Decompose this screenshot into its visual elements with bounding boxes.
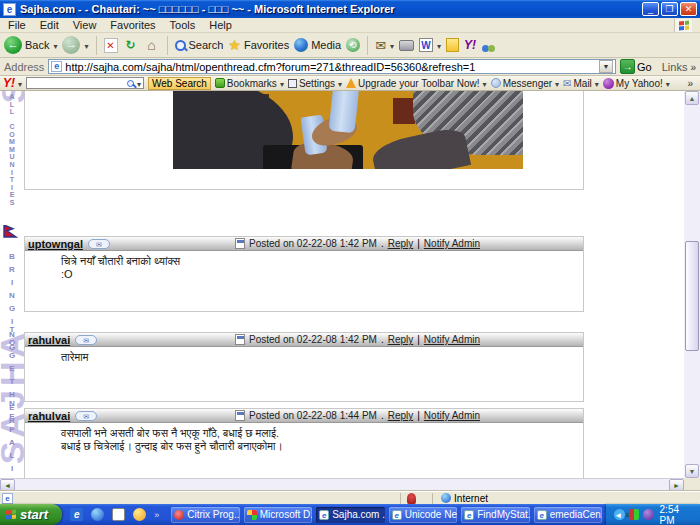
refresh-button[interactable]: ↻ [123,37,139,53]
taskbar-button-findmystat[interactable]: eFindMyStat... [461,507,530,523]
stop-button[interactable]: ✕ [104,38,118,53]
sidebar-link-all[interactable]: A L L [6,93,18,116]
taskbar: start e » Citrix Prog... Microsoft D... … [0,504,700,525]
taskbar-button-unicode[interactable]: eUnicode Ne... [389,507,458,523]
address-url[interactable]: http://sajha.com/sajha/html/openthread.c… [65,61,596,73]
vertical-scroll-thumb[interactable] [685,241,699,351]
go-label: Go [637,61,652,73]
favorites-button[interactable]: ★ Favorites [228,37,289,53]
start-button[interactable]: start [0,504,62,525]
yahoo-overflow-chevron[interactable]: » [687,78,697,89]
posted-icon [235,410,245,421]
scroll-up-button[interactable]: ▲ [685,91,699,105]
scroll-right-button[interactable]: ► [669,479,684,491]
tray-messenger-icon[interactable] [629,509,639,520]
yahoo-search-input[interactable] [26,77,144,89]
quicklaunch-desktop-icon[interactable] [91,508,104,521]
messenger-people-button[interactable] [481,39,497,52]
reply-link[interactable]: Reply [388,410,414,421]
restore-button[interactable]: ❐ [661,2,678,16]
settings-button[interactable]: Settings [288,78,342,89]
scroll-down-button[interactable]: ▼ [685,464,699,478]
close-button[interactable]: ✕ [680,2,697,16]
separator-pipe: | [417,334,420,345]
post-author-link[interactable]: rahulvai [28,334,70,346]
address-dropdown-icon[interactable]: ▼ [599,60,613,73]
sidebar-link-communities[interactable]: C O M M U N I T I E S [6,123,18,207]
my-yahoo-dropdown-icon[interactable] [665,78,670,89]
yahoo-services-button[interactable]: Y! [464,38,476,52]
media-button[interactable]: Media [294,38,341,52]
scrollbar-corner [684,478,700,491]
messenger-dropdown-icon[interactable] [554,78,559,89]
windows-start-icon [6,509,16,519]
yahoo-dropdown-icon[interactable] [17,78,22,89]
taskbar-button-citrix[interactable]: Citrix Prog... [171,507,240,523]
tray-chevron-icon[interactable]: ◄ [614,509,625,520]
forward-button[interactable]: → [62,36,88,54]
notify-admin-link[interactable]: Notify Admin [424,334,480,345]
my-yahoo-button[interactable]: My Yahoo! [603,78,670,89]
mail-dropdown-icon[interactable] [389,39,394,51]
taskbar-button-microsoft[interactable]: Microsoft D... [244,507,313,523]
ie-page-icon: e [392,510,402,520]
web-search-button[interactable]: Web Search [148,77,211,90]
yahoo-toolbar: Y! Web Search Bookmarks Settings Upgrade… [0,76,700,91]
horizontal-scrollbar[interactable]: ◄ ► [0,478,700,491]
upgrade-dropdown-icon[interactable] [482,78,487,89]
bookmarks-dropdown-icon[interactable] [279,78,284,89]
post-author-link[interactable]: uptowngal [28,238,83,250]
menu-view[interactable]: View [73,19,97,31]
email-icon[interactable]: ✉ [75,411,97,421]
links-menu[interactable]: Links [662,61,696,73]
yahoo-mail-button[interactable]: Mail [563,78,599,89]
home-button[interactable]: ⌂ [144,37,160,53]
upgrade-toolbar-button[interactable]: Upgrade your Toolbar Now! [346,78,487,89]
post-author-link[interactable]: rahulvai [28,410,70,422]
back-dropdown-icon[interactable] [52,39,57,51]
yahoo-mail-dropdown-icon[interactable] [594,78,599,89]
history-button[interactable]: ⟲ [346,38,360,52]
quicklaunch-document-icon[interactable] [112,508,125,521]
tray-yahoo-icon[interactable] [643,509,653,520]
go-button[interactable]: → Go [620,59,652,74]
menu-file[interactable]: File [8,19,26,31]
edit-with-word-button[interactable]: W [419,38,441,52]
mail-button[interactable] [375,38,394,53]
quicklaunch-overflow-chevron[interactable]: » [154,510,159,520]
word-dropdown-icon[interactable] [436,39,441,51]
post-body: वसपाली भने असती बोर फस नै भएकू गाँठे, बध… [25,423,583,453]
vertical-scrollbar[interactable]: ▲ ▼ [684,91,700,478]
forward-dropdown-icon[interactable] [83,39,88,51]
reply-link[interactable]: Reply [388,238,414,249]
back-button[interactable]: ← Back [4,36,57,54]
yahoo-mail-icon [563,78,571,89]
address-input[interactable]: e http://sajha.com/sajha/html/openthread… [48,59,616,74]
menu-help[interactable]: Help [209,19,232,31]
messenger-label: Messenger [503,78,552,89]
notify-admin-link[interactable]: Notify Admin [424,410,480,421]
email-icon[interactable]: ✉ [88,239,110,249]
settings-dropdown-icon[interactable] [337,78,342,89]
bookmarks-button[interactable]: Bookmarks [215,78,284,89]
address-label: Address [4,61,44,73]
quicklaunch-ie-icon[interactable]: e [70,508,83,521]
minimize-button[interactable]: _ [642,2,659,16]
messenger-button[interactable]: Messenger [491,78,559,89]
menu-favorites[interactable]: Favorites [110,19,155,31]
email-icon[interactable]: ✉ [75,335,97,345]
scroll-left-button[interactable]: ◄ [0,479,15,491]
reply-link[interactable]: Reply [388,334,414,345]
notify-admin-link[interactable]: Notify Admin [424,238,480,249]
taskbar-button-emediacenter[interactable]: eemediaCen... [534,507,603,523]
search-button[interactable]: Search [175,39,224,51]
menu-tools[interactable]: Tools [170,19,196,31]
discuss-button[interactable] [446,38,459,52]
posted-icon [235,238,245,249]
print-button[interactable] [399,40,414,51]
menu-edit[interactable]: Edit [40,19,59,31]
taskbar-button-sajha[interactable]: eSajha.com ... [316,507,385,523]
page-content: S SAJHA A L L C O M M U N I T I E S B R … [0,91,684,478]
quicklaunch-messenger-icon[interactable] [133,508,146,521]
yahoo-logo-button[interactable]: Y! [3,76,22,90]
